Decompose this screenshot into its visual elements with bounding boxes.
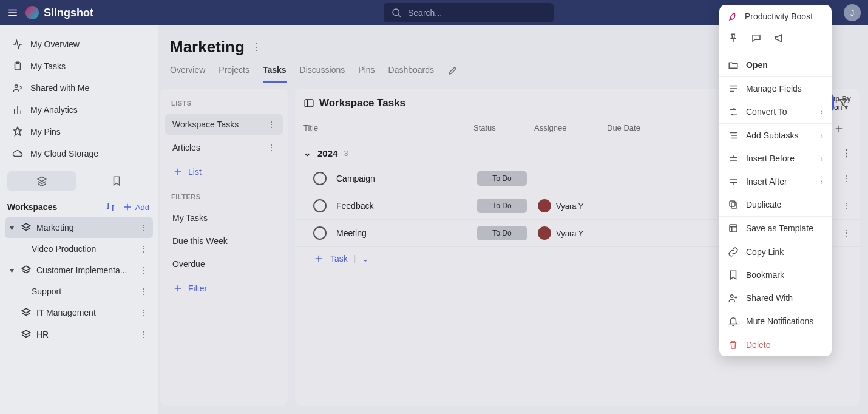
add-workspace[interactable]: Add bbox=[122, 202, 149, 212]
task-menu[interactable]: ⋮ bbox=[843, 174, 851, 183]
tab-edit[interactable] bbox=[447, 65, 458, 83]
sort-icon[interactable] bbox=[105, 202, 116, 212]
workspace-marketing[interactable]: ▾ Marketing ⋮ bbox=[5, 217, 153, 238]
cm-shared-with[interactable]: Shared With bbox=[719, 287, 832, 310]
list-menu[interactable]: ⋮ bbox=[267, 120, 276, 129]
menu-toggle[interactable] bbox=[7, 7, 18, 18]
workspace-menu[interactable]: ⋮ bbox=[140, 330, 148, 339]
user-avatar[interactable]: J bbox=[844, 4, 861, 21]
layers-icon bbox=[36, 175, 47, 186]
section-menu[interactable]: ⋮ bbox=[842, 148, 851, 158]
sidebar-pins[interactable]: My Pins bbox=[5, 121, 153, 142]
status-badge[interactable]: To Do bbox=[477, 226, 527, 240]
tab-tasks[interactable]: Tasks bbox=[263, 65, 287, 83]
tab-pins[interactable]: Pins bbox=[358, 65, 375, 83]
workspace-it-management[interactable]: ▾ IT Management ⋮ bbox=[5, 302, 153, 323]
sidebar-cloud[interactable]: My Cloud Storage bbox=[5, 143, 153, 164]
filter-due-week[interactable]: Due this Week bbox=[165, 231, 283, 251]
task-complete-toggle[interactable] bbox=[313, 226, 327, 240]
context-menu: Productivity Boost Open Manage Fields Co… bbox=[719, 5, 832, 356]
sidebar-tab-layers[interactable] bbox=[7, 171, 76, 191]
workspace-menu[interactable]: ⋮ bbox=[140, 223, 148, 232]
layers-icon bbox=[21, 265, 32, 276]
task-assignee[interactable]: Vyara Y bbox=[538, 199, 611, 212]
workspace-menu[interactable]: ⋮ bbox=[140, 265, 148, 275]
status-badge[interactable]: To Do bbox=[477, 171, 527, 186]
cm-mute[interactable]: Mute Notifications bbox=[719, 310, 832, 333]
task-complete-toggle[interactable] bbox=[313, 172, 327, 185]
col-due[interactable]: Due Date bbox=[607, 123, 680, 136]
cm-comment[interactable] bbox=[751, 33, 762, 46]
add-list[interactable]: List bbox=[165, 160, 283, 183]
cm-announce[interactable] bbox=[774, 33, 785, 46]
tab-discussions[interactable]: Discussions bbox=[300, 65, 345, 83]
list-menu[interactable]: ⋮ bbox=[267, 143, 276, 152]
convert-icon bbox=[728, 106, 739, 117]
sidebar-analytics[interactable]: My Analytics bbox=[5, 100, 153, 120]
workspace-label: Marketing bbox=[36, 223, 73, 232]
template-icon bbox=[728, 223, 739, 234]
cm-convert-to[interactable]: Convert To › bbox=[719, 100, 832, 123]
people-icon bbox=[728, 293, 739, 304]
col-status[interactable]: Status bbox=[473, 123, 534, 136]
workspace-video-production[interactable]: Video Production ⋮ bbox=[5, 239, 153, 259]
tab-projects[interactable]: Projects bbox=[219, 65, 249, 83]
col-title[interactable]: Title bbox=[303, 123, 473, 136]
chevron-down-icon: ▾ bbox=[10, 265, 16, 275]
filter-button[interactable] bbox=[834, 93, 852, 112]
workspace-hr[interactable]: ▾ HR ⋮ bbox=[5, 324, 153, 345]
cm-duplicate[interactable]: Duplicate bbox=[719, 193, 832, 216]
tab-dashboards[interactable]: Dashboards bbox=[388, 65, 435, 83]
tab-overview[interactable]: Overview bbox=[170, 65, 205, 83]
cm-label: Shared With bbox=[746, 293, 793, 303]
workspace-customer-impl[interactable]: ▾ Customer Implementa... ⋮ bbox=[5, 260, 153, 280]
cm-productivity-boost[interactable]: Productivity Boost bbox=[719, 5, 832, 28]
task-complete-toggle[interactable] bbox=[313, 199, 327, 212]
sidebar-my-tasks[interactable]: My Tasks bbox=[5, 56, 153, 76]
pin-icon bbox=[728, 33, 739, 44]
cm-copy-link[interactable]: Copy Link bbox=[719, 240, 832, 263]
sidebar-tab-bookmarks[interactable] bbox=[82, 171, 151, 191]
col-assignee[interactable]: Assignee bbox=[534, 123, 607, 136]
workspace-menu[interactable]: ⋮ bbox=[140, 308, 148, 317]
page-menu[interactable]: ⋮ bbox=[252, 41, 262, 53]
cm-bookmark[interactable]: Bookmark bbox=[719, 263, 832, 287]
cm-pin[interactable] bbox=[728, 33, 739, 46]
activity-icon bbox=[12, 39, 23, 50]
cm-delete[interactable]: Delete bbox=[719, 333, 832, 356]
svg-point-2 bbox=[15, 85, 18, 88]
task-menu[interactable]: ⋮ bbox=[843, 228, 851, 238]
cm-insert-after[interactable]: Insert After › bbox=[719, 170, 832, 193]
insert-after-icon bbox=[728, 176, 739, 187]
people-icon bbox=[12, 83, 23, 93]
list-workspace-tasks[interactable]: Workspace Tasks ⋮ bbox=[165, 114, 283, 135]
sidebar-my-overview[interactable]: My Overview bbox=[5, 34, 153, 55]
svg-point-7 bbox=[731, 295, 734, 298]
filter-my-tasks[interactable]: My Tasks bbox=[165, 208, 283, 228]
comment-icon bbox=[751, 33, 762, 44]
filter-overdue[interactable]: Overdue bbox=[165, 254, 283, 274]
search-input[interactable]: Search... bbox=[384, 3, 554, 22]
list-articles[interactable]: Articles ⋮ bbox=[165, 137, 283, 158]
bookmark-icon bbox=[111, 175, 122, 186]
sidebar-label: Shared with Me bbox=[30, 83, 89, 93]
cm-add-subtasks[interactable]: Add Subtasks › bbox=[719, 124, 832, 147]
cm-insert-before[interactable]: Insert Before › bbox=[719, 147, 832, 170]
cm-open[interactable]: Open bbox=[719, 53, 832, 76]
task-assignee[interactable]: Vyara Y bbox=[538, 226, 611, 240]
status-badge[interactable]: To Do bbox=[477, 199, 527, 213]
cm-manage-fields[interactable]: Manage Fields bbox=[719, 77, 832, 100]
folder-icon bbox=[728, 59, 739, 70]
app-logo[interactable]: Slingshot bbox=[25, 6, 93, 19]
cm-label: Productivity Boost bbox=[745, 12, 813, 21]
add-filter[interactable]: Filter bbox=[165, 277, 283, 300]
sidebar-label: My Overview bbox=[30, 39, 80, 49]
svg-rect-4 bbox=[731, 203, 737, 208]
workspace-menu[interactable]: ⋮ bbox=[140, 287, 148, 296]
sidebar-shared[interactable]: Shared with Me bbox=[5, 78, 153, 98]
task-menu[interactable]: ⋮ bbox=[843, 201, 851, 211]
workspace-menu[interactable]: ⋮ bbox=[140, 244, 148, 254]
cm-save-template[interactable]: Save as Template bbox=[719, 217, 832, 240]
chevron-down-icon[interactable]: ⌄ bbox=[362, 254, 369, 263]
workspace-support[interactable]: Support ⋮ bbox=[5, 282, 153, 301]
